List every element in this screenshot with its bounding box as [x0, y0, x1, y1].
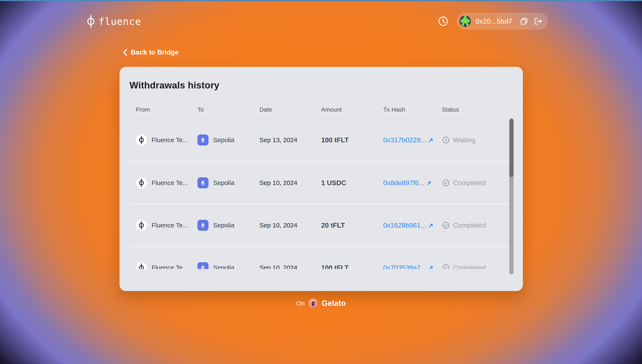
- table-header-row: From To Date Amount Tx Hash Status: [128, 102, 510, 118]
- status-label: Completed: [453, 179, 486, 187]
- table-row: Fluence Te... Sepolia Sep 10, 2024 100 t…: [128, 246, 510, 269]
- tx-hash-cell: 0x8de897f6... ↗: [383, 179, 442, 187]
- from-network-label: Fluence Te...: [152, 136, 188, 144]
- amount-cell: 1 USDC: [321, 179, 383, 187]
- wallet-address: 0x20...5bd7: [476, 18, 512, 25]
- column-header-amount: Amount: [321, 106, 383, 113]
- external-link-icon[interactable]: ↗: [428, 136, 433, 144]
- from-network-label: Fluence Te...: [152, 222, 188, 229]
- fluence-network-icon: [136, 220, 147, 231]
- app-header: fluence: [0, 0, 642, 42]
- table-row: Fluence Te... Sepolia Sep 10, 2024 20 tF…: [128, 204, 510, 246]
- column-header-status: Status: [442, 106, 510, 113]
- fluence-logo[interactable]: fluence: [87, 14, 141, 28]
- ethereum-sepolia-icon: [197, 220, 208, 231]
- to-network-label: Sepolia: [213, 136, 234, 144]
- waiting-clock-icon: [442, 136, 450, 144]
- chevron-left-icon: [123, 48, 127, 56]
- to-cell: Sepolia: [197, 262, 259, 269]
- tx-hash-link[interactable]: 0x8de897f6...: [383, 179, 424, 187]
- status-cell: Completed: [442, 179, 510, 187]
- amount-cell: 100 tFLT: [321, 264, 383, 269]
- tx-hash-cell: 0x703538a7... ↗: [383, 264, 442, 269]
- logout-icon[interactable]: [534, 17, 542, 25]
- withdrawals-history-card: Withdrawals history From To Date Amount …: [120, 67, 523, 291]
- date-cell: Sep 13, 2024: [259, 136, 321, 144]
- date-cell: Sep 10, 2024: [259, 222, 321, 229]
- status-cell: Completed: [442, 222, 510, 229]
- fluence-phi-icon: [87, 14, 95, 28]
- fluence-network-icon: [136, 177, 147, 188]
- table-row: Fluence Te... Sepolia Sep 10, 2024 1 USD…: [128, 161, 510, 204]
- history-clock-icon[interactable]: [438, 16, 448, 26]
- from-cell: Fluence Te...: [136, 262, 197, 269]
- tx-hash-link[interactable]: 0x1628b961...: [383, 222, 426, 229]
- scrollbar-track[interactable]: [509, 118, 514, 274]
- status-cell: Waiting: [442, 136, 510, 144]
- to-network-label: Sepolia: [213, 222, 234, 229]
- footer-on-label: On: [296, 300, 305, 307]
- date-cell: Sep 10, 2024: [259, 179, 321, 186]
- completed-check-icon: [442, 264, 450, 269]
- tx-hash-link[interactable]: 0x703538a7...: [383, 264, 426, 269]
- column-header-date: Date: [259, 106, 321, 113]
- fluence-network-icon: [136, 262, 147, 269]
- brand-name: fluence: [99, 16, 141, 27]
- column-header-to: To: [197, 106, 259, 113]
- to-cell: Sepolia: [197, 220, 259, 231]
- wallet-actions: [520, 17, 542, 25]
- status-label: Completed: [453, 222, 486, 229]
- ethereum-sepolia-icon: [197, 262, 208, 269]
- column-header-txhash: Tx Hash: [383, 106, 442, 113]
- table-row: Fluence Te... Sepolia Sep 13, 2024 100 t…: [128, 119, 510, 161]
- date-cell: Sep 10, 2024: [259, 264, 321, 269]
- avatar: [459, 16, 471, 27]
- status-label: Completed: [453, 264, 486, 269]
- gelato-icon: [308, 299, 318, 308]
- status-label: Waiting: [453, 136, 476, 144]
- footer: On Gelato: [0, 299, 642, 308]
- back-to-bridge-label: Back to Bridge: [131, 48, 179, 56]
- ethereum-sepolia-icon: [197, 177, 208, 188]
- to-cell: Sepolia: [197, 134, 259, 146]
- status-cell: Completed: [442, 264, 510, 269]
- column-header-from: From: [136, 106, 197, 113]
- from-cell: Fluence Te...: [136, 220, 197, 231]
- from-network-label: Fluence Te...: [152, 264, 188, 269]
- external-link-icon[interactable]: ↗: [426, 179, 431, 187]
- amount-cell: 20 tFLT: [321, 222, 383, 229]
- completed-check-icon: [442, 222, 450, 229]
- to-network-label: Sepolia: [213, 264, 234, 269]
- fluence-network-icon: [136, 134, 147, 146]
- from-network-label: Fluence Te...: [152, 179, 188, 186]
- from-cell: Fluence Te...: [136, 177, 197, 188]
- amount-cell: 100 tFLT: [321, 136, 383, 144]
- header-right-cluster: 0x20...5bd7: [438, 13, 548, 30]
- ethereum-sepolia-icon: [197, 134, 208, 146]
- to-network-label: Sepolia: [213, 179, 234, 186]
- page-title: Withdrawals history: [130, 80, 219, 90]
- tx-hash-cell: 0x317b0229... ↗: [383, 136, 442, 144]
- gelato-brand-label[interactable]: Gelato: [322, 299, 346, 308]
- to-cell: Sepolia: [197, 177, 259, 188]
- from-cell: Fluence Te...: [136, 134, 197, 146]
- external-link-icon[interactable]: ↗: [428, 222, 433, 229]
- completed-check-icon: [442, 179, 450, 187]
- table-body: Fluence Te... Sepolia Sep 13, 2024 100 t…: [128, 119, 510, 269]
- external-link-icon[interactable]: ↗: [428, 264, 433, 269]
- back-to-bridge-link[interactable]: Back to Bridge: [123, 48, 179, 56]
- wallet-pill[interactable]: 0x20...5bd7: [456, 13, 548, 30]
- tx-hash-link[interactable]: 0x317b0229...: [383, 136, 426, 144]
- tx-hash-cell: 0x1628b961... ↗: [383, 222, 442, 229]
- copy-icon[interactable]: [520, 17, 528, 25]
- scrollbar-thumb[interactable]: [509, 118, 514, 177]
